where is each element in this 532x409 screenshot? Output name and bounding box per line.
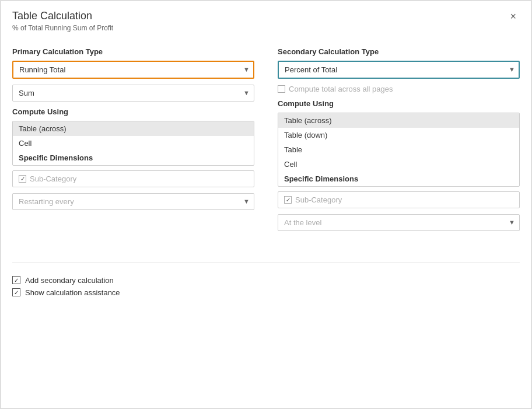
- show-assistance-row: Show calculation assistance: [12, 288, 520, 297]
- table-calculation-dialog: Table Calculation % of Total Running Sum…: [0, 0, 532, 409]
- dialog-body: Primary Calculation Type Running Total ▼…: [1, 38, 531, 249]
- primary-aggregation-select[interactable]: Sum: [12, 85, 254, 102]
- primary-compute-item-1[interactable]: Cell: [13, 136, 254, 151]
- secondary-compute-item-1[interactable]: Table (down): [278, 128, 519, 142]
- secondary-compute-item-4[interactable]: Specific Dimensions: [278, 172, 519, 186]
- secondary-type-wrapper: Percent of Total ▼: [278, 61, 520, 79]
- primary-section-label: Primary Calculation Type: [12, 47, 254, 56]
- add-secondary-row: Add secondary calculation: [12, 276, 520, 285]
- primary-sub-category-label: Sub-Category: [30, 174, 76, 183]
- secondary-sub-category-box: Sub-Category: [278, 191, 520, 208]
- primary-type-select[interactable]: Running Total: [12, 61, 254, 79]
- secondary-sub-category-label: Sub-Category: [295, 195, 342, 204]
- primary-restarting-wrapper: Restarting every ▼: [12, 193, 254, 210]
- compute-total-row: Compute total across all pages: [278, 85, 520, 93]
- secondary-compute-item-3[interactable]: Cell: [278, 157, 519, 172]
- primary-aggregation-wrapper: Sum ▼: [12, 85, 254, 102]
- compute-total-checkbox[interactable]: [278, 85, 285, 93]
- dialog-title: Table Calculation: [12, 10, 113, 23]
- secondary-sub-category-checkbox[interactable]: [284, 196, 292, 204]
- secondary-at-level-select[interactable]: At the level: [278, 214, 520, 231]
- secondary-type-select[interactable]: Percent of Total: [278, 61, 520, 79]
- close-button[interactable]: ×: [506, 10, 520, 23]
- dialog-subtitle: % of Total Running Sum of Profit: [12, 24, 113, 32]
- secondary-at-level-wrapper: At the level ▼: [278, 214, 520, 231]
- primary-compute-item-2[interactable]: Specific Dimensions: [13, 151, 254, 165]
- show-assistance-label: Show calculation assistance: [25, 288, 120, 297]
- footer-divider: [12, 263, 520, 263]
- secondary-section-label: Secondary Calculation Type: [278, 47, 520, 56]
- add-secondary-checkbox[interactable]: [12, 276, 20, 284]
- primary-compute-label: Compute Using: [12, 107, 254, 116]
- dialog-header: Table Calculation % of Total Running Sum…: [1, 1, 531, 38]
- show-assistance-checkbox[interactable]: [12, 288, 20, 296]
- secondary-compute-item-2[interactable]: Table: [278, 142, 519, 157]
- secondary-column: Secondary Calculation Type Percent of To…: [278, 47, 520, 237]
- compute-total-label: Compute total across all pages: [289, 85, 393, 93]
- primary-restarting-select[interactable]: Restarting every: [12, 193, 254, 210]
- primary-sub-category-box: Sub-Category: [12, 170, 254, 187]
- header-text: Table Calculation % of Total Running Sum…: [12, 10, 113, 32]
- secondary-compute-box: Table (across) Table (down) Table Cell S…: [278, 113, 520, 187]
- primary-compute-box: Table (across) Cell Specific Dimensions: [12, 121, 254, 166]
- primary-sub-category-checkbox[interactable]: [19, 175, 26, 183]
- primary-column: Primary Calculation Type Running Total ▼…: [12, 47, 254, 237]
- dialog-footer: Add secondary calculation Show calculati…: [1, 249, 531, 309]
- columns-container: Primary Calculation Type Running Total ▼…: [12, 47, 520, 237]
- secondary-compute-label: Compute Using: [278, 99, 520, 108]
- add-secondary-label: Add secondary calculation: [25, 276, 114, 285]
- secondary-compute-item-0[interactable]: Table (across): [278, 113, 519, 128]
- primary-type-wrapper: Running Total ▼: [12, 61, 254, 79]
- primary-compute-item-0[interactable]: Table (across): [13, 121, 254, 136]
